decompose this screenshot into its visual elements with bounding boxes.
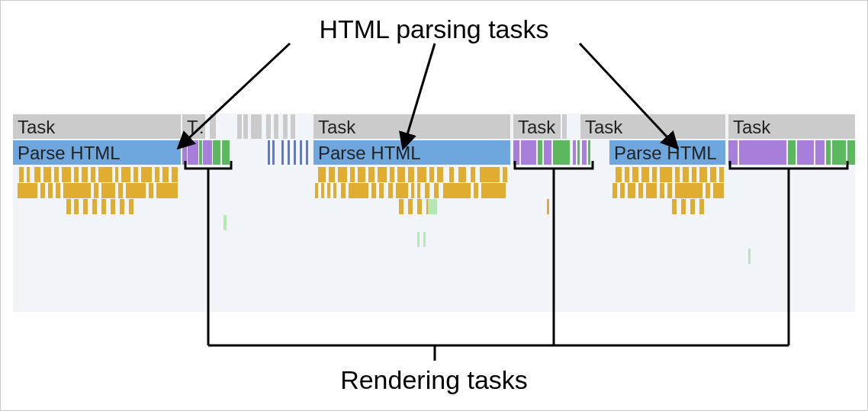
flame-bar (329, 167, 335, 182)
flame-bar (54, 167, 59, 182)
flame-bar (327, 183, 330, 198)
flame-bar (646, 183, 657, 198)
flame-bar (390, 167, 394, 182)
parse-html-label: Parse HTML (614, 143, 717, 164)
flame-bar (638, 183, 643, 198)
task-bar: Task (13, 114, 181, 139)
green-chunk (847, 140, 855, 165)
flame-bar (43, 167, 51, 182)
flame-bar (350, 167, 355, 182)
subrow-5 (13, 232, 855, 247)
flame-bar (449, 167, 454, 182)
purple-chunk (188, 140, 198, 165)
task-bar: Task (513, 114, 561, 139)
flame-bar (417, 167, 426, 182)
flame-bar (338, 167, 347, 182)
flame-bar (672, 199, 677, 214)
task-bar (243, 114, 248, 139)
purple-chunk (573, 140, 576, 165)
flame-bar (379, 183, 384, 198)
flame-bar (675, 183, 702, 198)
flame-bar (98, 167, 112, 182)
task-bar-label: Task (585, 117, 622, 138)
subrow-7 (13, 265, 855, 281)
green-chunk (553, 140, 570, 165)
flame-bar (92, 199, 97, 214)
flame-bar (434, 183, 439, 198)
task-bar (274, 114, 278, 139)
flame-bar (56, 183, 60, 198)
flame-bar (141, 167, 152, 182)
flame-bar (62, 167, 71, 182)
flame-bar (660, 167, 672, 182)
flame-bar (149, 183, 153, 198)
flame-bar (341, 183, 346, 198)
flame-bar (417, 183, 420, 198)
flame-bar (443, 183, 471, 198)
flame-bar-lime (223, 215, 227, 230)
flame-bar (481, 183, 506, 198)
flame-bar (620, 183, 625, 198)
green-chunk (788, 140, 796, 165)
flame-bar (111, 199, 115, 214)
task-bar (251, 114, 262, 139)
green-chunk (222, 140, 230, 165)
task-bar (210, 114, 216, 139)
flame-bar (318, 167, 326, 182)
task-bar (291, 114, 295, 139)
flame-bar (321, 183, 324, 198)
purple-chunk (815, 140, 825, 165)
green-chunk (826, 140, 831, 165)
flame-bar (74, 199, 79, 214)
task-bar: Task (580, 114, 725, 139)
flame-bar (126, 183, 146, 198)
flame-bar (429, 167, 434, 182)
flame-bar (396, 183, 408, 198)
task-row: TaskT…TaskTaskTaskTask (13, 114, 855, 140)
flame-bar (48, 183, 53, 198)
flame-bar (411, 183, 414, 198)
flame-bar (74, 167, 79, 182)
blueln-chunk (306, 140, 308, 165)
flame-bar (628, 183, 635, 198)
subrow-3 (13, 199, 855, 214)
flame-bar (641, 167, 649, 182)
purple-chunk (582, 140, 587, 165)
flame-bar (660, 183, 664, 198)
task-bar-label: Task (733, 117, 770, 138)
subrow-4 (13, 215, 855, 230)
flame-bar (652, 167, 657, 182)
flame-bar (120, 199, 124, 214)
blueln-chunk (281, 140, 284, 165)
flame-bar (34, 167, 40, 182)
task-bar-label: Task (18, 117, 55, 138)
flame-bar (349, 183, 368, 198)
flame-bar (710, 167, 716, 182)
subrow-1 (13, 167, 855, 182)
task-bar (266, 114, 271, 139)
flame-bar (101, 183, 115, 198)
flame-bar-lime (417, 232, 420, 247)
purple-chunk (728, 140, 738, 165)
task-bar-label: T… (187, 117, 204, 138)
flame-bar (417, 199, 422, 214)
blueln-chunk (272, 140, 275, 165)
flame-bar (425, 183, 429, 198)
flame-bar (19, 167, 24, 182)
flame-bar (706, 183, 710, 198)
flame-bar (625, 167, 629, 182)
flame-bar (118, 183, 123, 198)
purple-chunk (521, 140, 536, 165)
flame-bar (40, 183, 45, 198)
task-bar: Task (313, 114, 510, 139)
flame-bar (503, 167, 507, 182)
flame-bar (616, 167, 622, 182)
flame-bar-lime (748, 249, 751, 264)
flame-bar (480, 167, 500, 182)
task-bar-label: Task (318, 117, 355, 138)
flame-chart: TaskT…TaskTaskTaskTask Parse HTMLParse H… (13, 114, 855, 312)
label-rendering: Rendering tasks (340, 365, 528, 395)
flame-bar (474, 183, 478, 198)
flame-bar (388, 183, 393, 198)
flame-bar (612, 183, 617, 198)
